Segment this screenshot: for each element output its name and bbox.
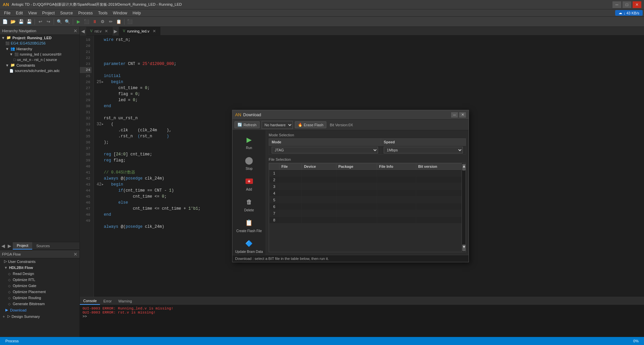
flow-optimize-placement[interactable]: ◇ Optimize Placement [0,289,79,295]
flow-optimize-rtl[interactable]: ◇ Optimize RTL [0,277,79,283]
menu-file[interactable]: File [1,10,13,16]
file-table-row-8[interactable]: 8 [269,217,466,223]
file-table-row-7[interactable]: 7 [269,210,466,217]
console-tab-warning[interactable]: Warning [115,297,136,305]
oplc-label: Optimize Placement [13,290,46,294]
ln-46: 46 [80,200,92,206]
file-scrollbar-down[interactable]: ▼ [462,245,466,251]
file-table-row-4[interactable]: 4 [269,190,466,197]
download-speed-button[interactable]: ☁ ↓ 43 KB/s [615,10,643,16]
menu-process[interactable]: Process [75,10,95,16]
stop-button[interactable]: ⬛ [83,18,90,25]
row-package-6 [336,203,377,210]
file-table-row-6[interactable]: 6 [269,203,466,210]
action-add[interactable]: + Add [241,175,257,193]
tree-item-chip[interactable]: ⬛ EG4::EG4S20BG256 [0,41,79,46]
rst-tab-close[interactable]: ✕ [105,29,108,33]
ln-25: 25 [80,73,92,79]
tree-item-ux-rst-n[interactable]: □ ux_rst_n - rst_n ( source [0,57,79,62]
flow-read-design[interactable]: ◇ Read Design [0,271,79,277]
erase-flash-button[interactable]: 🔥 Erase Flash [295,121,327,128]
file-table-row-3[interactable]: 3 [269,183,466,190]
action-stop[interactable]: ⬤ Stop [241,154,257,172]
action-delete[interactable]: 🗑 Delete [241,195,257,213]
hierarchy-close[interactable]: ✕ [73,28,77,33]
find-button[interactable]: 🔍 [56,18,63,25]
flow-optimize-routing[interactable]: ◇ Optimize Routing [0,295,79,301]
flow-optimize-gate[interactable]: ◇ Optimize Gate [0,283,79,289]
hardware-select[interactable]: No hardware [262,121,293,129]
editor-tab-nav-mid[interactable]: ▶ [112,27,119,36]
tree-item-running-led[interactable]: ▼ ⬛ running_led ( sources/rtl/r [0,52,79,57]
redo-button[interactable]: ↪ [45,18,52,25]
replace-button[interactable]: 🔍 [64,18,71,25]
menu-help[interactable]: Help [130,10,144,16]
dl-close-button[interactable]: ✕ [459,112,466,118]
fpga-panel: FPGA Flow ✕ ▷ User Constraints ▼ HDL2Bit… [0,250,79,337]
flow-hdl2bit[interactable]: ▼ HDL2Bit Flow [0,265,79,271]
tree-item-constraints[interactable]: ▼ 📁 Constraints [0,62,79,68]
row-info-1 [377,170,416,177]
flow-generate-bitstream[interactable]: ◇ Generate Bitstream [0,301,79,307]
new-button[interactable]: 📄 [1,18,9,25]
dl-dialog-logo: AN [235,112,241,117]
flow-download[interactable]: ▶ Download [0,307,79,313]
file-table-row-5[interactable]: 5 [269,197,466,203]
panel-nav-right[interactable]: ▶ [6,242,13,250]
menu-window[interactable]: Window [110,10,130,16]
minimize-button[interactable]: ─ [612,1,621,8]
run-button[interactable]: ▶ [75,18,82,25]
action-update-bram[interactable]: 🔷 Update Bram Data [232,237,266,255]
editor-tab-running-led[interactable]: V running_led.v ✕ [119,27,160,35]
refresh-button[interactable]: 🔄 Refresh [234,121,260,128]
tree-item-hierarchy[interactable]: ▼ 👥 Hierarchy [0,46,79,52]
editor-tab-rst[interactable]: V rst.v ✕ [86,27,112,35]
schematic-button[interactable]: ⬛ [126,18,133,25]
open-button[interactable]: 📂 [9,18,17,25]
menu-tools[interactable]: Tools [96,10,110,16]
action-run[interactable]: ▶ Run [241,133,257,151]
ortl-label: Optimize RTL [13,278,35,282]
step-button[interactable]: ⏸ [91,18,98,25]
menu-edit[interactable]: Edit [13,10,25,16]
console-tab-console[interactable]: Console [80,297,100,305]
undo-button[interactable]: ↩ [37,18,44,25]
menu-source[interactable]: Source [57,10,75,16]
flow-design-summary[interactable]: + ▷ Design Summary [0,313,79,320]
console-area: Console Error Warning GUI-8003 ERROR: Ru… [80,297,644,337]
file-table-row-1[interactable]: 1 [269,170,466,177]
maximize-button[interactable]: □ [623,1,631,8]
editor-tab-nav-left[interactable]: ◀ [80,27,86,36]
tree-item-sdc[interactable]: 📄 sources/sdc/runled_pin.adc [0,68,79,73]
flow-user-constraints[interactable]: ▷ User Constraints [0,258,79,265]
create-flash-icon: 📋 [244,217,254,228]
tool2-button[interactable]: ✏ [107,18,114,25]
close-button[interactable]: ✕ [633,1,641,8]
file-table-row-2[interactable]: 2 [269,177,466,183]
tab-sources[interactable]: Sources [32,242,54,250]
action-create-flash[interactable]: 📋 Create Flash File [233,216,264,234]
constraints-label: Constraints [16,63,35,67]
row-device-6 [302,203,336,210]
row-device-7 [302,210,336,217]
rl-tab-close[interactable]: ✕ [153,29,156,33]
menu-view[interactable]: View [25,10,40,16]
hierarchy-title: Hierarchy Navigation [2,29,36,33]
row-device-5 [302,197,336,203]
mode-dropdown[interactable]: JTAG SPI Active SPI Passive [272,147,378,153]
console-prompt: >> [83,315,641,319]
dl-minimize-button[interactable]: ─ [451,112,458,118]
menu-project[interactable]: Project [40,10,57,16]
panel-nav-left[interactable]: ◀ [0,242,6,250]
save-all-button[interactable]: 💾 [25,18,33,25]
tab-project[interactable]: Project [13,242,32,250]
tool3-button[interactable]: 📋 [115,18,122,25]
file-scrollbar-up[interactable]: ▲ [462,164,466,170]
speed-dropdown[interactable]: 1Mbps 2Mbps 5Mbps [384,147,463,153]
fpga-flow-close[interactable]: ✕ [73,252,77,257]
tool1-button[interactable]: ⚙ [99,18,106,25]
console-tab-error[interactable]: Error [100,297,115,305]
save-button[interactable]: 💾 [17,18,25,25]
tree-item-project[interactable]: ▼ 📁 Project: Running_LED [0,35,79,41]
editor-tabs: ◀ V rst.v ✕ ▶ V running_led.v ✕ [80,27,644,36]
